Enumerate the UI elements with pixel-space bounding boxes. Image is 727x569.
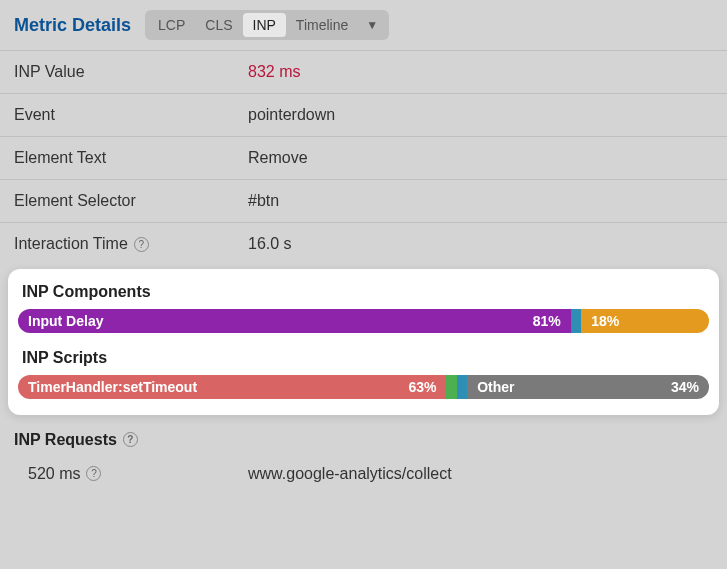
detail-value: #btn	[248, 192, 279, 210]
detail-row: Eventpointerdown	[0, 93, 727, 136]
bar-segment: Other34%	[467, 375, 709, 399]
request-row: 520 ms?www.google-analytics/collect	[0, 455, 727, 499]
inp-scripts-bar: TimerHandler:setTimeout63%Other34%	[18, 375, 709, 399]
inp-breakdown-card: INP Components Input Delay81%18% INP Scr…	[8, 269, 719, 415]
help-icon[interactable]: ?	[134, 237, 149, 252]
inp-scripts-title: INP Scripts	[18, 345, 709, 375]
detail-value: pointerdown	[248, 106, 335, 124]
bar-segment: TimerHandler:setTimeout63%	[18, 375, 446, 399]
tab-timeline[interactable]: Timeline	[286, 13, 358, 37]
detail-label: Element Text	[14, 149, 248, 167]
inp-components-title: INP Components	[18, 279, 709, 309]
bar-segment	[571, 309, 581, 333]
detail-row: Element Selector#btn	[0, 179, 727, 222]
detail-row: INP Value832 ms	[0, 50, 727, 93]
page-title: Metric Details	[14, 15, 131, 36]
detail-value: Remove	[248, 149, 308, 167]
bar-segment: Input Delay81%	[18, 309, 571, 333]
request-url: www.google-analytics/collect	[248, 465, 452, 483]
help-icon[interactable]: ?	[86, 466, 101, 481]
help-icon[interactable]: ?	[123, 432, 138, 447]
inp-components-bar: Input Delay81%18%	[18, 309, 709, 333]
tab-inp[interactable]: INP	[243, 13, 286, 37]
detail-label: INP Value	[14, 63, 248, 81]
bar-segment: 18%	[581, 309, 709, 333]
inp-requests-title: INP Requests ?	[0, 419, 727, 455]
bar-segment	[446, 375, 456, 399]
detail-value: 16.0 s	[248, 235, 292, 253]
detail-label: Event	[14, 106, 248, 124]
detail-row: Interaction Time?16.0 s	[0, 222, 727, 265]
detail-value: 832 ms	[248, 63, 300, 81]
chevron-down-icon[interactable]: ▼	[358, 14, 386, 36]
tab-lcp[interactable]: LCP	[148, 13, 195, 37]
detail-label: Interaction Time?	[14, 235, 248, 253]
detail-label: Element Selector	[14, 192, 248, 210]
bar-segment	[457, 375, 467, 399]
metric-tabs: LCPCLSINPTimeline▼	[145, 10, 389, 40]
tab-cls[interactable]: CLS	[195, 13, 242, 37]
request-time: 520 ms?	[28, 465, 248, 483]
detail-row: Element TextRemove	[0, 136, 727, 179]
